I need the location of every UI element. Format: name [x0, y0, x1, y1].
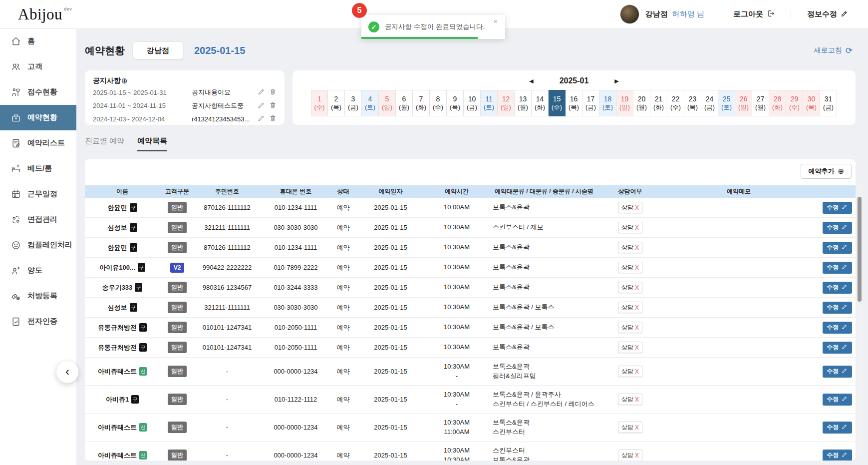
calendar-day-6[interactable]: 6(월): [396, 90, 413, 116]
notice-delete-button[interactable]: [269, 114, 277, 123]
calendar-day-22[interactable]: 22(수): [667, 90, 684, 116]
customer-type-badge: 일반: [168, 202, 187, 213]
edit-reservation-button[interactable]: 수정: [823, 302, 852, 314]
sidebar-item-4[interactable]: 예약리스트: [0, 130, 76, 156]
edit-reservation-button[interactable]: 수정: [823, 394, 852, 406]
sidebar-item-label: 예약현황: [27, 113, 57, 122]
cell-consult: 상담X: [601, 258, 659, 277]
calendar-day-23[interactable]: 23(목): [684, 90, 701, 116]
cell-status: 예약: [332, 238, 354, 257]
sidebar-item-10[interactable]: 처방등록: [0, 283, 76, 309]
sidebar-item-1[interactable]: 고객: [0, 54, 76, 79]
avatar[interactable]: [620, 4, 639, 24]
cell-phone: 010-7899-2222: [260, 258, 332, 277]
sidebar-item-2[interactable]: 접수현황: [0, 79, 76, 105]
calendar-day-2[interactable]: 2(목): [328, 90, 345, 116]
calendar-day-3[interactable]: 3(금): [345, 90, 362, 116]
notice-add-icon[interactable]: ⊕: [121, 76, 128, 85]
sidebar-item-9[interactable]: 양도: [0, 258, 76, 283]
cell-status: 예약: [332, 278, 354, 297]
column-header-8: 상담여부: [601, 185, 659, 198]
calendar-day-16[interactable]: 16(목): [566, 90, 582, 116]
notice-edit-button[interactable]: [258, 101, 265, 110]
scrollbar-thumb[interactable]: [858, 197, 862, 302]
sidebar-item-7[interactable]: 면접관리: [0, 207, 76, 232]
cell-name: 한윤민구: [85, 198, 160, 217]
edit-reservation-button[interactable]: 수정: [823, 282, 852, 294]
cell-name: 아비쥬테스트신: [85, 358, 160, 385]
notice-edit-button[interactable]: [258, 88, 265, 97]
notice-delete-button[interactable]: [269, 88, 277, 97]
sidebar-item-label: 전자인증: [27, 317, 57, 326]
cell-memo: [659, 318, 819, 337]
calendar-day-10[interactable]: 10(금): [464, 90, 481, 116]
edit-reservation-button[interactable]: 수정: [823, 422, 852, 434]
calendar-day-14[interactable]: 14(화): [532, 90, 549, 116]
cell-phone: 000-0000-1234: [260, 414, 332, 441]
calendar-prev-icon[interactable]: ◀: [526, 77, 536, 85]
sidebar-collapse-button[interactable]: ‹: [56, 361, 78, 383]
edit-reservation-button[interactable]: 수정: [823, 202, 852, 214]
calendar-day-8[interactable]: 8(수): [430, 90, 447, 116]
calendar-next-icon[interactable]: ▶: [611, 77, 621, 85]
calendar-day-20[interactable]: 20(월): [633, 90, 650, 116]
calendar-day-1[interactable]: 1(수): [311, 90, 328, 116]
edit-reservation-button[interactable]: 수정: [823, 262, 852, 274]
notice-edit-button[interactable]: [258, 114, 265, 123]
add-reservation-button[interactable]: 예약추가 ⊕: [801, 164, 852, 179]
calendar-day-27[interactable]: 27(월): [752, 90, 769, 116]
notice-delete-button[interactable]: [269, 101, 277, 110]
reservation-row-5: 심성보구일반321211-1111111030-3030-3030예약2025-…: [85, 298, 856, 318]
calendar-day-5[interactable]: 5(일): [379, 90, 396, 116]
edit-info-button[interactable]: 정보수정: [804, 9, 851, 19]
notice-list: 2025-01-15 ~ 2025-01-31공지내용이요2024-11-01 …: [93, 86, 277, 126]
tab-0[interactable]: 진료별 예약: [85, 136, 124, 151]
calendar-day-28[interactable]: 28(화): [769, 90, 786, 116]
sidebar-item-11[interactable]: 전자인증: [0, 309, 76, 334]
calendar-day-30[interactable]: 30(목): [803, 90, 820, 116]
cell-category: 보톡스&윤곽: [487, 278, 601, 297]
calendar-day-21[interactable]: 21(화): [650, 90, 667, 116]
customer-age-badge: 신: [139, 423, 147, 432]
sidebar-item-5[interactable]: 베드/룸: [0, 156, 76, 181]
calendar-day-12[interactable]: 12(일): [498, 90, 515, 116]
edit-reservation-button[interactable]: 수정: [823, 366, 852, 378]
calendar-day-18[interactable]: 18(토): [599, 90, 616, 116]
calendar-day-4[interactable]: 4(토): [362, 90, 379, 116]
pencil-icon: [842, 264, 848, 271]
edit-reservation-button[interactable]: 수정: [823, 342, 852, 354]
calendar-day-26[interactable]: 26(일): [735, 90, 752, 116]
edit-reservation-button[interactable]: 수정: [823, 322, 852, 334]
calendar-day-13[interactable]: 13(월): [515, 90, 532, 116]
app-logo[interactable]: Abijoudev: [18, 5, 72, 23]
calendar-day-17[interactable]: 17(금): [582, 90, 599, 116]
calendar-day-24[interactable]: 24(금): [701, 90, 718, 116]
edit-reservation-button[interactable]: 수정: [823, 222, 852, 234]
cell-customer-type: 일반: [160, 442, 195, 461]
sidebar-item-0[interactable]: 홈: [0, 28, 76, 54]
sidebar-item-3[interactable]: 예약현황: [0, 105, 76, 130]
cell-name: 아이유100...구: [85, 258, 160, 277]
edit-reservation-button[interactable]: 수정: [823, 242, 852, 254]
toast-close-icon[interactable]: ×: [490, 17, 501, 25]
tab-active-1[interactable]: 예약목록: [137, 136, 167, 151]
edit-reservation-button[interactable]: 수정: [823, 450, 852, 461]
refresh-button[interactable]: 새로고침 ⟳: [811, 45, 856, 56]
calendar-day-31[interactable]: 31(금): [820, 90, 837, 116]
sidebar-item-6[interactable]: 근무일정: [0, 181, 76, 207]
calendar-day-25[interactable]: 25(토): [718, 90, 735, 116]
sidebar-item-label: 컴플레인처리: [27, 240, 72, 250]
calendar-day-15[interactable]: 15(수): [549, 90, 566, 116]
calendar-day-11[interactable]: 11(토): [481, 90, 498, 116]
logout-button[interactable]: 로그아웃: [730, 9, 778, 19]
calendar-day-19[interactable]: 19(일): [616, 90, 633, 116]
calendar-month-label: 2025-01: [560, 76, 589, 85]
customer-type-badge: 일반: [168, 366, 187, 377]
customer-type-badge: 일반: [168, 422, 187, 433]
calendar-day-7[interactable]: 7(화): [413, 90, 430, 116]
calendar-day-29[interactable]: 29(수): [786, 90, 803, 116]
e-cert-icon: [11, 317, 21, 327]
calendar-day-9[interactable]: 9(목): [447, 90, 464, 116]
sidebar-item-8[interactable]: 컴플레인처리: [0, 232, 76, 258]
branch-selector-button[interactable]: 강남점: [133, 41, 183, 59]
